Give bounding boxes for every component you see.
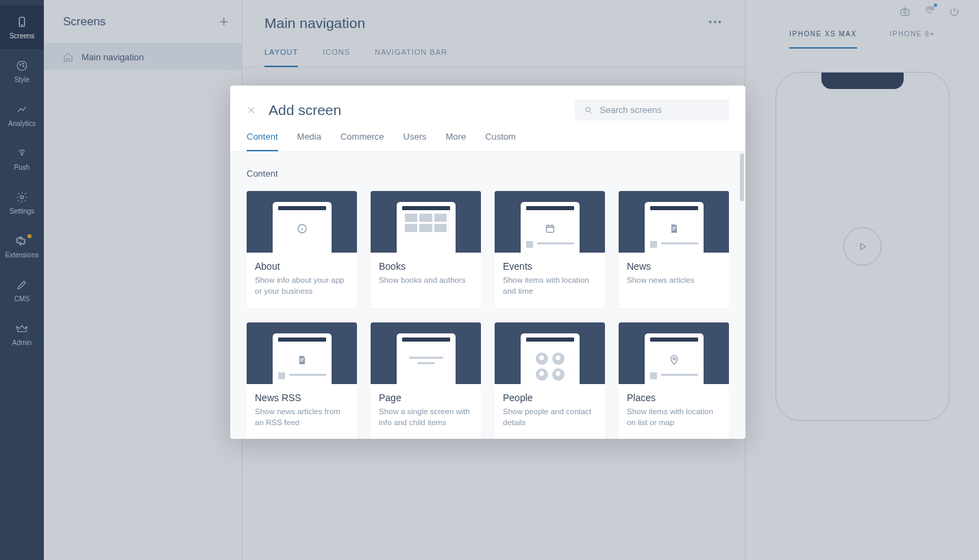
card-desc: Show items with location on list or map <box>627 406 721 428</box>
preview-toolbar <box>745 0 979 23</box>
card-text: PageShow a single screen with info and c… <box>371 384 481 437</box>
card-preview <box>619 191 729 253</box>
svg-line-14 <box>590 111 592 113</box>
modal-tabs: Content Media Commerce Users More Custom <box>230 127 745 152</box>
card-desc: Show news articles from an RSS feed <box>255 406 349 428</box>
card-text: News RSSShow news articles from an RSS f… <box>247 384 357 437</box>
svg-point-28 <box>673 357 675 359</box>
card-title: Books <box>379 261 473 272</box>
refresh-icon <box>924 5 935 16</box>
scrollbar-thumb[interactable] <box>740 153 744 201</box>
card-preview <box>495 322 605 384</box>
screen-card[interactable]: PeopleShow people and contact details <box>495 322 605 439</box>
svg-rect-22 <box>672 227 676 227</box>
card-title: News RSS <box>255 392 349 403</box>
search-box[interactable] <box>575 99 729 120</box>
screen-card[interactable]: EventsShow items with location and time <box>495 191 605 309</box>
camera-icon[interactable] <box>900 6 910 17</box>
modal-tab-commerce[interactable]: Commerce <box>340 131 384 151</box>
card-desc: Show books and authors <box>379 275 473 285</box>
card-preview <box>371 191 481 253</box>
rail-item-cms[interactable]: CMS <box>0 268 44 312</box>
device-tab-xs-max[interactable]: IPHONE XS MAX <box>789 30 856 49</box>
card-text: PeopleShow people and contact details <box>495 384 605 437</box>
card-text: PlacesShow items with location on list o… <box>619 384 729 437</box>
card-text: NewsShow news articles <box>619 253 729 295</box>
screen-list-item[interactable]: Main navigation <box>44 44 242 70</box>
card-title: News <box>627 261 721 272</box>
screen-cards-grid: AboutShow info about your app or your bu… <box>247 191 729 439</box>
app-root: Screens Style Analytics Push Settings Ex… <box>0 0 979 560</box>
card-preview-phone <box>645 202 704 253</box>
modal-title: Add screen <box>269 102 341 118</box>
rail-label: Settings <box>10 207 34 215</box>
preview-panel: IPHONE XS MAX IPHONE 8+ <box>745 0 979 560</box>
modal-header: Add screen <box>230 86 745 127</box>
svg-rect-25 <box>300 358 303 359</box>
rail-item-settings[interactable]: Settings <box>0 181 44 225</box>
rail-label: Analytics <box>8 120 36 127</box>
modal-tab-content[interactable]: Content <box>247 131 278 151</box>
svg-rect-24 <box>672 229 674 230</box>
refresh-button[interactable] <box>924 5 935 18</box>
svg-rect-23 <box>672 228 676 229</box>
rail-item-style[interactable]: Style <box>0 49 44 93</box>
editor-tabs: LAYOUT ICONS NAVIGATION BAR <box>243 31 745 68</box>
modal-body[interactable]: Content AboutShow info about your app or… <box>230 152 745 439</box>
screen-card[interactable]: News RSSShow news articles from an RSS f… <box>247 322 357 439</box>
home-icon <box>63 52 73 62</box>
rail-item-screens[interactable]: Screens <box>0 5 44 49</box>
add-screen-modal: Add screen Content Media Commerce Users … <box>230 86 745 439</box>
card-text: EventsShow items with location and time <box>495 253 605 306</box>
search-input[interactable] <box>599 105 719 115</box>
left-rail: Screens Style Analytics Push Settings Ex… <box>0 0 44 560</box>
svg-rect-8 <box>901 10 909 16</box>
rail-item-extensions[interactable]: Extensions <box>0 225 44 268</box>
rail-label: Style <box>14 76 29 84</box>
screen-card[interactable]: NewsShow news articles <box>619 191 729 309</box>
tab-layout[interactable]: LAYOUT <box>264 48 298 67</box>
card-desc: Show news articles <box>627 275 721 285</box>
modal-tab-media[interactable]: Media <box>297 131 321 151</box>
card-desc: Show items with location and time <box>503 275 597 296</box>
rail-label: Extensions <box>5 251 39 259</box>
screen-card[interactable]: AboutShow info about your app or your bu… <box>247 191 357 309</box>
phone-icon <box>16 16 28 28</box>
broadcast-icon <box>16 147 28 160</box>
pencil-icon <box>16 279 28 291</box>
more-options-button[interactable]: ••• <box>708 16 723 27</box>
rail-item-analytics[interactable]: Analytics <box>0 93 44 137</box>
tab-navigation-bar[interactable]: NAVIGATION BAR <box>375 48 447 67</box>
card-desc: Show a single screen with info and child… <box>379 406 473 428</box>
screens-panel: Screens + Main navigation <box>44 0 243 560</box>
card-preview-phone <box>397 333 456 384</box>
svg-point-9 <box>904 11 906 14</box>
tab-icons[interactable]: ICONS <box>323 48 350 67</box>
card-text: BooksShow books and authors <box>371 253 481 295</box>
power-icon[interactable] <box>949 6 960 17</box>
card-preview <box>495 191 605 253</box>
modal-tab-custom[interactable]: Custom <box>485 131 516 151</box>
play-preview-button[interactable] <box>843 227 882 266</box>
rail-item-admin[interactable]: Admin <box>0 312 44 356</box>
rail-item-push[interactable]: Push <box>0 137 44 181</box>
play-icon <box>857 241 868 252</box>
card-preview-phone <box>521 333 580 384</box>
card-preview <box>247 191 357 253</box>
modal-tab-more[interactable]: More <box>446 131 467 151</box>
card-preview-phone <box>521 202 580 253</box>
screen-card[interactable]: PageShow a single screen with info and c… <box>371 322 481 439</box>
card-preview <box>371 322 481 384</box>
close-icon[interactable] <box>247 105 256 115</box>
screen-card[interactable]: PlacesShow items with location on list o… <box>619 322 729 439</box>
card-title: About <box>255 261 349 272</box>
svg-point-13 <box>586 107 590 111</box>
svg-point-6 <box>21 153 23 155</box>
add-screen-button[interactable]: + <box>219 14 228 29</box>
card-desc: Show people and contact details <box>503 406 597 428</box>
device-tab-8plus[interactable]: IPHONE 8+ <box>890 30 935 49</box>
modal-tab-users[interactable]: Users <box>404 131 427 151</box>
screen-card[interactable]: BooksShow books and authors <box>371 191 481 309</box>
card-preview-phone <box>397 202 456 253</box>
card-title: Events <box>503 261 597 272</box>
